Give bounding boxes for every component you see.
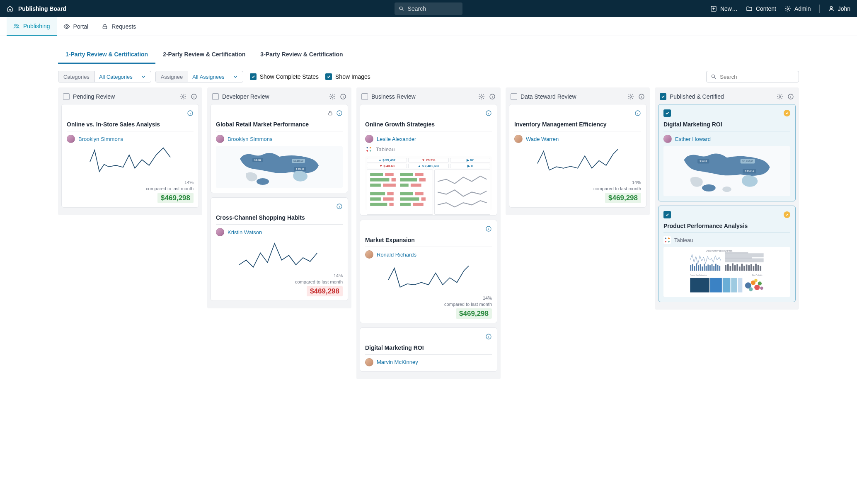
show-complete-toggle[interactable]: Show Complete States <box>250 73 319 80</box>
nav-portal[interactable]: Portal <box>57 17 95 36</box>
card-assignee[interactable]: Kristin Watson <box>216 228 343 236</box>
info-icon[interactable] <box>191 93 197 100</box>
card-assignee[interactable]: Esther Howard <box>663 135 790 143</box>
board-toolbar: Categories All Categories Assignee All A… <box>0 64 857 87</box>
gear-icon[interactable] <box>627 93 634 100</box>
svg-rect-101 <box>743 266 745 271</box>
svg-point-113 <box>749 287 753 291</box>
info-icon[interactable] <box>489 93 496 100</box>
new-button[interactable]: New… <box>710 5 738 12</box>
svg-point-53 <box>630 96 632 97</box>
assignee-filter[interactable]: Assignee All Assignees <box>155 71 243 82</box>
card-assignee[interactable]: Leslie Alexander <box>365 135 492 143</box>
content-button[interactable]: Content <box>746 5 776 12</box>
card-assignee[interactable]: Marvin McKinney <box>365 358 492 366</box>
card[interactable]: Global Retail Market Performance Brookly… <box>211 104 348 193</box>
published-check-icon <box>663 211 671 218</box>
svg-text:$ 1,650,00: $ 1,650,00 <box>742 160 753 162</box>
home-icon[interactable] <box>7 5 13 12</box>
gear-icon[interactable] <box>478 93 485 100</box>
svg-rect-95 <box>730 266 731 271</box>
card-assignee[interactable]: Brooklyn Simmons <box>216 135 343 143</box>
column-business-review: Business Review Online Growth Strategies… <box>356 87 501 379</box>
svg-rect-93 <box>725 265 726 271</box>
svg-rect-106 <box>755 264 757 271</box>
svg-rect-79 <box>713 266 714 271</box>
tab-1party[interactable]: 1-Party Review & Certification <box>58 46 155 64</box>
card-title: Cross-Channel Shopping Habits <box>216 213 343 225</box>
info-icon[interactable] <box>485 225 492 232</box>
card-title: Global Retail Market Performance <box>216 119 343 131</box>
card[interactable]: Inventory Management Efficiency Wade War… <box>509 104 646 208</box>
svg-rect-75 <box>706 266 707 271</box>
avatar <box>663 135 672 143</box>
column-checkbox[interactable] <box>660 93 666 100</box>
assignee-select[interactable]: All Assignees <box>188 71 242 82</box>
svg-rect-94 <box>727 264 729 271</box>
tableau-icon <box>663 236 671 244</box>
nav-requests[interactable]: Requests <box>95 17 143 36</box>
column-published: Published & Certified Digital Marketing … <box>655 87 799 310</box>
svg-rect-50 <box>413 203 424 206</box>
info-icon[interactable] <box>485 333 492 340</box>
chevron-down-icon <box>232 73 239 80</box>
global-search-input[interactable] <box>408 5 458 12</box>
card-assignee[interactable]: Brooklyn Simmons <box>67 135 194 143</box>
card-source: Tableau <box>663 236 790 244</box>
svg-point-16 <box>257 178 269 185</box>
gear-icon[interactable] <box>777 93 783 100</box>
tab-3party[interactable]: 3-Party Review & Certification <box>253 46 350 64</box>
card[interactable]: Cross-Channel Shopping Habits Kristin Wa… <box>211 197 348 301</box>
global-search[interactable] <box>395 2 462 15</box>
gear-icon[interactable] <box>180 93 186 100</box>
card[interactable]: Online vs. In-Store Sales Analysis Brook… <box>61 104 199 208</box>
svg-text:$ 9,012: $ 9,012 <box>700 160 707 162</box>
column-checkbox[interactable] <box>361 93 368 100</box>
svg-rect-49 <box>400 203 411 206</box>
svg-rect-103 <box>748 265 750 271</box>
user-menu[interactable]: John <box>828 5 850 12</box>
board-search-input[interactable] <box>720 74 794 80</box>
column-developer-review: Developer Review Global Retail Market Pe… <box>207 87 351 308</box>
categories-filter[interactable]: Categories All Categories <box>58 71 151 82</box>
card-assignee[interactable]: Ronald Richards <box>365 250 492 259</box>
admin-button[interactable]: Admin <box>784 5 811 12</box>
divider <box>819 5 820 13</box>
info-icon[interactable] <box>787 93 794 100</box>
card[interactable]: Market Expansion Ronald Richards 14%comp… <box>360 220 497 323</box>
sparkline-viz <box>365 261 492 294</box>
categories-select[interactable]: All Categories <box>95 71 151 82</box>
card[interactable]: Digital Marketing ROI Marvin McKinney <box>360 327 497 372</box>
svg-point-24 <box>481 96 482 97</box>
column-checkbox[interactable] <box>212 93 219 100</box>
tab-2party[interactable]: 2-Party Review & Certification <box>155 46 253 64</box>
info-icon[interactable] <box>187 110 194 116</box>
folder-icon <box>746 5 753 12</box>
card[interactable]: Online Growth Strategies Leslie Alexande… <box>360 104 497 216</box>
info-icon[interactable] <box>634 110 641 116</box>
info-icon[interactable] <box>336 203 343 210</box>
info-icon[interactable] <box>485 110 492 116</box>
card[interactable]: Product Performance Analysis Tableau Gro… <box>658 206 796 302</box>
gear-icon[interactable] <box>329 93 336 100</box>
info-icon[interactable] <box>340 93 346 100</box>
show-images-toggle[interactable]: Show Images <box>325 73 370 80</box>
column-title: Published & Certified <box>670 93 773 100</box>
column-checkbox[interactable] <box>63 93 70 100</box>
nav-publishing[interactable]: Publishing <box>7 17 57 36</box>
card[interactable]: Digital Marketing ROI Esther Howard $ 9,… <box>658 104 796 201</box>
svg-rect-77 <box>709 265 711 271</box>
card-assignee[interactable]: Wade Warren <box>514 135 641 143</box>
eye-icon <box>63 23 70 30</box>
info-icon[interactable] <box>638 93 645 100</box>
column-checkbox[interactable] <box>511 93 517 100</box>
avatar <box>365 135 373 143</box>
svg-rect-40 <box>387 192 393 195</box>
svg-rect-107 <box>758 265 759 271</box>
svg-rect-29 <box>370 178 389 182</box>
info-icon[interactable] <box>336 110 343 116</box>
svg-rect-68 <box>692 264 693 271</box>
svg-point-114 <box>758 281 762 285</box>
svg-rect-86 <box>723 278 731 292</box>
board-search[interactable] <box>706 71 799 82</box>
